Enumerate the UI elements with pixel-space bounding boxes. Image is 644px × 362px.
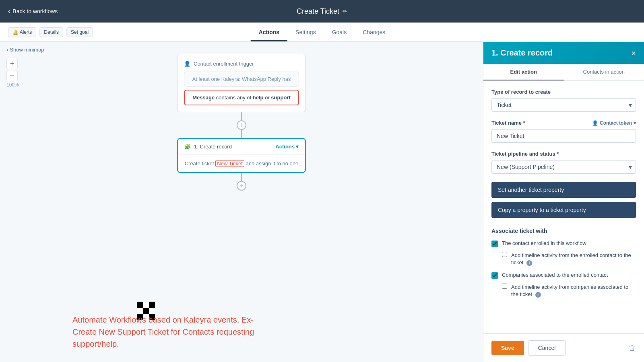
workflow-title: Create Ticket ✏ (297, 7, 347, 16)
tab-bar: 🔔 Alerts Details Set goal Actions Settin… (0, 23, 644, 42)
associate-contact-label: The contact enrolled in this workflow (502, 240, 586, 247)
associate-companies-checkbox[interactable] (491, 272, 498, 279)
set-goal-pill[interactable]: Set goal (66, 27, 93, 37)
add-step-btn-1[interactable]: + (237, 120, 246, 130)
companies-timeline-info-icon[interactable]: i (535, 292, 541, 298)
tab-actions[interactable]: Actions (251, 24, 287, 41)
body-text-after: and assign it to no one (246, 160, 298, 167)
message-condition-text: Message contains any of help or sup­port (192, 95, 291, 101)
associate-contact-sub-row: Add timeline activity from the enrolled … (502, 252, 636, 266)
action-node-title: 🧩 1. Create record (184, 144, 232, 150)
dropdown-arrow-icon: ▾ (296, 144, 299, 150)
type-label-text: Type of record to create (491, 89, 551, 95)
person-token-icon: 👤 (592, 120, 598, 126)
contact-token-label-text: Contact token (600, 120, 632, 126)
pipeline-label: Ticket pipeline and status * (491, 151, 636, 157)
pipeline-select-wrapper: New (Support Pipeline) ▾ (491, 160, 636, 174)
actions-dropdown-btn[interactable]: Actions ▾ (275, 144, 299, 150)
message-bold: Message (192, 95, 215, 101)
connector-line-1 (241, 112, 242, 120)
set-another-ticket-property-btn[interactable]: Set another ticket property (491, 182, 636, 198)
contact-token-btn[interactable]: 👤 Contact token ▾ (592, 120, 636, 126)
workflow-canvas: › Show minimap + − 100% 👤 Contact enroll… (0, 42, 483, 362)
panel-tab-edit-action[interactable]: Edit action (483, 64, 564, 80)
associate-companies-sub-row: Add timeline activity from companies ass… (502, 284, 636, 298)
delete-icon[interactable]: 🗑 (629, 344, 636, 352)
associate-title: Associate ticket with (491, 228, 636, 234)
svg-rect-3 (137, 308, 143, 314)
promo-text: Automate Workflows based on Kaleyra even… (72, 314, 258, 350)
support-bold: sup­port (271, 95, 290, 101)
type-select[interactable]: Ticket (491, 98, 636, 112)
associate-companies-label: Companies associated to the enrolled con… (502, 272, 608, 279)
tab-goals[interactable]: Goals (324, 24, 355, 41)
associate-contact-checkbox[interactable] (491, 241, 498, 247)
associate-contact-timeline-checkbox[interactable] (502, 252, 507, 257)
ticket-name-label: Ticket name * 👤 Contact token ▾ (491, 120, 636, 126)
save-btn[interactable]: Save (491, 341, 524, 355)
ticket-name-input[interactable] (491, 129, 636, 143)
person-icon: 👤 (184, 61, 190, 67)
right-panel: 1. Create record × Edit action Contacts … (483, 42, 644, 362)
alerts-pill[interactable]: 🔔 Alerts (8, 27, 36, 37)
panel-header: 1. Create record × (483, 42, 644, 64)
connector-1: + (237, 112, 246, 138)
associate-companies-timeline-checkbox[interactable] (502, 284, 507, 289)
action-buttons: Set another ticket property Copy a prope… (491, 182, 636, 218)
associate-companies-row: Companies associated to the enrolled con… (491, 272, 636, 279)
svg-rect-1 (143, 302, 149, 308)
edit-title-icon[interactable]: ✏ (343, 8, 347, 14)
message-condition: Message contains any of help or sup­port (184, 90, 299, 105)
svg-rect-0 (137, 302, 143, 308)
type-of-record-label: Type of record to create (491, 89, 636, 95)
type-select-wrapper: Ticket ▾ (491, 98, 636, 112)
contact-timeline-info-icon[interactable]: i (526, 260, 532, 266)
svg-rect-2 (149, 302, 155, 308)
contact-token-arrow-icon: ▾ (634, 120, 636, 126)
help-bold: help (253, 95, 264, 101)
trigger-node[interactable]: 👤 Contact enrollment trigger At least on… (177, 54, 306, 112)
connector-line-3 (241, 173, 242, 181)
panel-content: Type of record to create Ticket ▾ Ticket… (483, 81, 644, 333)
cancel-btn[interactable]: Cancel (528, 340, 566, 356)
add-step-btn-2[interactable]: + (237, 181, 246, 191)
associate-contact-timeline-label: Add timeline activity from the enrolled … (511, 252, 636, 266)
action-node-header: 🧩 1. Create record Actions ▾ (178, 139, 305, 155)
svg-rect-5 (149, 308, 155, 314)
panel-tabs: Edit action Contacts in action (483, 64, 644, 81)
pipeline-group: Ticket pipeline and status * New (Suppor… (491, 151, 636, 174)
trigger-condition-text: At least one Kaleyra: WhatsApp Reply has (192, 76, 291, 82)
details-pill[interactable]: Details (39, 27, 63, 37)
back-arrow-icon: ‹ (8, 8, 10, 15)
trigger-node-title: Contact enrollment trigger (194, 61, 254, 67)
top-nav: ‹ Back to workflows Create Ticket ✏ (0, 0, 644, 23)
actions-label: Actions (275, 144, 295, 150)
pipeline-required-asterisk: * (557, 151, 559, 157)
pipeline-select[interactable]: New (Support Pipeline) (491, 160, 636, 174)
svg-rect-4 (143, 308, 149, 314)
associate-contact-row: The contact enrolled in this workflow (491, 240, 636, 247)
required-asterisk: * (523, 120, 525, 126)
action-node[interactable]: 🧩 1. Create record Actions ▾ Create tick… (177, 138, 306, 173)
back-btn-label: Back to workflows (12, 8, 58, 14)
action-node-title-text: 1. Create record (194, 144, 232, 150)
body-text-before: Create ticket (185, 160, 214, 167)
associate-companies-timeline-label: Add timeline activity from companies ass… (511, 284, 636, 298)
trigger-node-header: 👤 Contact enrollment trigger (184, 61, 299, 67)
connector-2: + (237, 173, 246, 191)
tab-changes[interactable]: Changes (355, 24, 393, 41)
tab-settings[interactable]: Settings (287, 24, 324, 41)
close-panel-btn[interactable]: × (631, 49, 636, 57)
main-tabs: Actions Settings Goals Changes (251, 24, 394, 41)
ticket-name-label-text: Ticket name * (491, 120, 525, 126)
panel-title: 1. Create record (491, 48, 553, 58)
trigger-condition: At least one Kaleyra: WhatsApp Reply has (184, 72, 299, 86)
copy-property-to-ticket-btn[interactable]: Copy a property to a ticket property (491, 202, 636, 218)
pipeline-label-text: Ticket pipeline and status * (491, 151, 559, 157)
connector-line-2 (241, 130, 242, 138)
ticket-name-link: New Ticket (215, 160, 244, 167)
associate-section: Associate ticket with The contact enroll… (491, 228, 636, 298)
back-to-workflows-btn[interactable]: ‹ Back to workflows (8, 8, 58, 15)
panel-tab-contacts-in-action[interactable]: Contacts in action (564, 64, 644, 80)
puzzle-icon: 🧩 (184, 144, 191, 150)
